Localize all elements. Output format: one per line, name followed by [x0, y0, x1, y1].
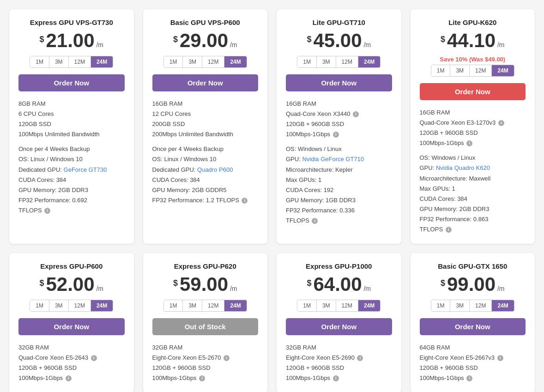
card-title: Express GPU-P1000 [286, 262, 392, 270]
info-icon: i [91, 355, 97, 361]
price-period: /m [497, 41, 505, 48]
tab-3m[interactable]: 3M [450, 300, 470, 311]
order-button[interactable]: Order Now [286, 318, 392, 335]
specs: 16GB RAM Quad-Core Xeon E3-1270v3 i 120G… [420, 108, 526, 235]
card-express-gpu-p600: Express GPU-P600 $ 52.00 /m 1M 3M 12M 24… [9, 253, 134, 392]
info-icon: i [333, 375, 339, 381]
tab-12m[interactable]: 12M [69, 56, 91, 67]
period-tabs: 1M 3M 12M 24M [30, 56, 113, 68]
price-period: /m [96, 285, 103, 292]
info-icon: i [498, 120, 504, 126]
tab-3m[interactable]: 3M [49, 56, 69, 67]
order-button[interactable]: Order Now [18, 318, 125, 335]
price-period: /m [96, 41, 103, 48]
tab-24m[interactable]: 24M [224, 56, 246, 67]
price-row: $ 59.00 /m [152, 275, 259, 294]
order-button[interactable]: Order Now [18, 74, 125, 91]
tab-24m[interactable]: 24M [91, 56, 113, 67]
tab-12m[interactable]: 12M [202, 300, 224, 311]
card-title: Lite GPU-K620 [420, 18, 526, 26]
tab-1m[interactable]: 1M [30, 300, 49, 311]
tab-24m[interactable]: 24M [224, 300, 246, 311]
info-icon: i [333, 132, 339, 138]
tab-3m[interactable]: 3M [317, 300, 336, 311]
price-period: /m [363, 41, 371, 48]
tab-12m[interactable]: 12M [336, 300, 358, 311]
info-icon: i [312, 218, 318, 224]
tab-1m[interactable]: 1M [164, 56, 183, 67]
tab-24m[interactable]: 24M [492, 300, 514, 311]
price-row: $ 21.00 /m [18, 31, 125, 50]
tab-1m[interactable]: 1M [164, 300, 183, 311]
gpu-link[interactable]: Nvidia Quadro K620 [436, 164, 490, 171]
price-period: /m [497, 285, 505, 292]
order-button[interactable]: Order Now [286, 74, 392, 91]
order-button[interactable]: Order Now [152, 74, 259, 91]
out-of-stock-button: Out of Stock [152, 318, 259, 335]
info-icon: i [497, 355, 503, 361]
price-row: $ 44.10 /m [420, 31, 526, 50]
tab-3m[interactable]: 3M [183, 300, 202, 311]
info-icon: i [199, 375, 205, 381]
card-express-gpu-p1000: Express GPU-P1000 $ 64.00 /m 1M 3M 12M 2… [277, 253, 401, 392]
tab-12m[interactable]: 12M [470, 300, 492, 311]
specs: 32GB RAM Eight-Core Xeon E5-2690 i 120GB… [286, 343, 392, 383]
tab-24m[interactable]: 24M [358, 300, 380, 311]
info-icon: i [357, 355, 363, 361]
price-dollar: $ [40, 35, 44, 44]
price-dollar: $ [441, 278, 445, 288]
gpu-link[interactable]: GeForce GT730 [64, 166, 107, 173]
tab-1m[interactable]: 1M [30, 56, 49, 67]
tab-24m[interactable]: 24M [358, 56, 380, 67]
section2-grid: Express GPU-P600 $ 52.00 /m 1M 3M 12M 24… [9, 253, 535, 392]
order-button[interactable]: Order Now [420, 83, 526, 100]
tab-12m[interactable]: 12M [69, 300, 91, 311]
gpu-link[interactable]: Nvidia GeForce GT710 [302, 156, 364, 163]
price-amount: 29.00 [180, 30, 228, 51]
period-tabs: 1M 3M 12M 24M [297, 56, 381, 68]
order-button[interactable]: Order Now [420, 318, 526, 335]
save-badge: Save 10% (Was $49.00) [420, 56, 526, 63]
tab-1m[interactable]: 1M [431, 300, 451, 311]
price-amount: 21.00 [46, 30, 94, 51]
specs: 16GB RAM Quad-Core Xeon X3440 i 120GB + … [286, 99, 392, 226]
info-icon: i [66, 375, 72, 381]
info-icon: i [446, 227, 452, 233]
card-lite-gpu-gt710: Lite GPU-GT710 $ 45.00 /m 1M 3M 12M 24M … [277, 9, 401, 244]
price-dollar: $ [173, 278, 178, 288]
info-icon: i [44, 208, 50, 214]
tab-12m[interactable]: 12M [470, 65, 492, 76]
card-basic-gpu-vps-p600: Basic GPU VPS-P600 $ 29.00 /m 1M 3M 12M … [143, 9, 268, 244]
tab-1m[interactable]: 1M [297, 56, 317, 67]
specs: 32GB RAM Eight-Core Xeon E5-2670 i 120GB… [152, 343, 259, 383]
tab-3m[interactable]: 3M [183, 56, 202, 67]
price-dollar: $ [307, 35, 312, 44]
price-amount: 52.00 [46, 273, 94, 295]
specs: 16GB RAM 12 CPU Cores 200GB SSD 200Mbps … [152, 99, 259, 205]
tab-3m[interactable]: 3M [450, 65, 470, 76]
card-title: Express GPU VPS-GT730 [18, 18, 125, 26]
price-amount: 45.00 [313, 30, 362, 51]
period-tabs: 1M 3M 12M 24M [30, 300, 113, 312]
card-basic-gpu-gtx1650: Basic GPU-GTX 1650 $ 99.00 /m 1M 3M 12M … [411, 253, 535, 392]
price-amount: 59.00 [180, 273, 228, 295]
price-dollar: $ [40, 278, 44, 288]
tab-1m[interactable]: 1M [297, 300, 317, 311]
tab-3m[interactable]: 3M [49, 300, 69, 311]
section1-grid: Express GPU VPS-GT730 $ 21.00 /m 1M 3M 1… [9, 9, 535, 244]
tab-1m[interactable]: 1M [431, 65, 451, 76]
tab-24m[interactable]: 24M [492, 65, 514, 76]
tab-24m[interactable]: 24M [91, 300, 113, 311]
card-title: Express GPU-P600 [18, 262, 125, 270]
tab-3m[interactable]: 3M [317, 56, 336, 67]
tab-12m[interactable]: 12M [202, 56, 224, 67]
card-title: Basic GPU VPS-P600 [152, 18, 259, 26]
price-row: $ 64.00 /m [286, 275, 392, 294]
gpu-link[interactable]: Quadro P600 [197, 166, 233, 173]
info-icon: i [466, 140, 472, 146]
price-row: $ 45.00 /m [286, 31, 392, 50]
price-period: /m [363, 285, 371, 292]
price-period: /m [230, 285, 237, 292]
card-title: Basic GPU-GTX 1650 [420, 262, 526, 270]
tab-12m[interactable]: 12M [336, 56, 358, 67]
